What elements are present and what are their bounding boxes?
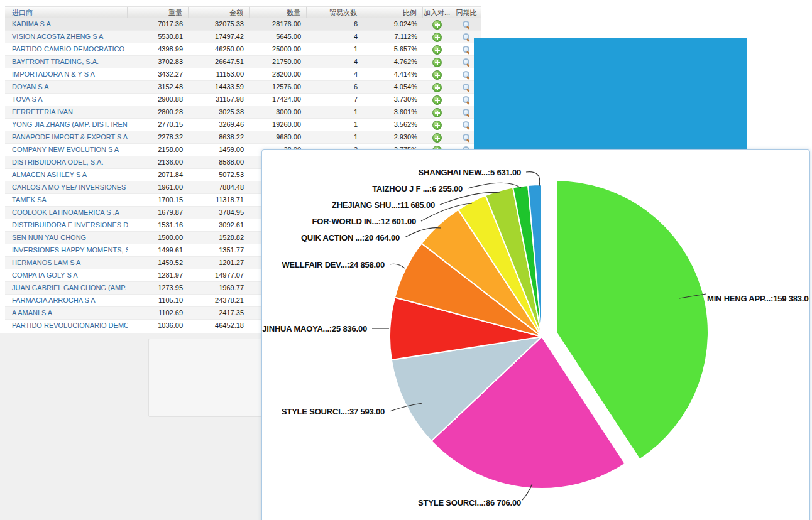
- importer-name: SEN NUN YAU CHONG: [5, 232, 128, 244]
- importer-name: DOYAN S A: [5, 81, 128, 93]
- column-header-trade-count[interactable]: 贸易次数: [307, 7, 363, 18]
- add-cell: [423, 31, 451, 43]
- add-to-compare-icon[interactable]: [432, 95, 442, 105]
- column-header-amount[interactable]: 金额: [189, 7, 250, 18]
- trade-count-value: 1: [307, 131, 363, 143]
- magnifier-icon[interactable]: [462, 83, 471, 92]
- weight-value: 1531.16: [128, 219, 189, 231]
- weight-value: 7017.36: [128, 18, 189, 30]
- trade-count-value: 4: [307, 68, 363, 80]
- importer-name: ALMACEN ASHLEY S A: [5, 169, 128, 181]
- importer-name: INVERSIONES HAPPY MOMENTS, SA: [5, 244, 128, 256]
- amount-value: 1351.77: [189, 244, 250, 256]
- amount-value: 1201.27: [189, 257, 250, 269]
- column-header-ratio[interactable]: 比例: [363, 7, 423, 18]
- amount-value: 3025.38: [189, 106, 250, 118]
- pie-slice-label: SHANGHAI NEW...:5 631.00: [418, 168, 521, 177]
- table-row[interactable]: IMPORTADORA N & Y S A3432.2711153.002820…: [5, 68, 481, 81]
- add-cell: [423, 106, 451, 118]
- magnifier-icon[interactable]: [462, 133, 471, 142]
- magnifier-icon[interactable]: [462, 33, 471, 41]
- weight-value: 1102.69: [128, 307, 189, 319]
- add-to-compare-icon[interactable]: [432, 121, 442, 130]
- ratio-value: 9.024%: [363, 18, 423, 30]
- table-row[interactable]: FERRETERIA IVAN2800.283025.383000.0013.6…: [5, 106, 481, 119]
- trade-count-value: 6: [307, 81, 363, 93]
- column-header-weight[interactable]: 重量: [128, 7, 189, 18]
- column-header-importer[interactable]: 进口商: [5, 7, 128, 18]
- add-to-compare-icon[interactable]: [432, 58, 442, 67]
- importer-name: COOLOOK LATINOAMERICA S .A: [5, 207, 128, 219]
- ratio-value: 7.112%: [363, 31, 423, 43]
- amount-value: 3092.61: [189, 219, 250, 231]
- magnifier-icon[interactable]: [462, 45, 471, 54]
- amount-value: 14977.07: [189, 269, 250, 281]
- label-leader-line: [390, 264, 405, 268]
- importer-name: HERMANOS LAM S A: [5, 257, 128, 269]
- weight-value: 3702.83: [128, 56, 189, 68]
- magnifier-icon[interactable]: [462, 58, 471, 67]
- importer-name: JUAN GABRIEL GAN CHONG (AMP. MAYO...: [5, 282, 128, 294]
- trade-count-value: 4: [307, 31, 363, 43]
- importer-name: FERRETERIA IVAN: [5, 106, 128, 118]
- table-row[interactable]: BAYFRONT TRADING, S.A.3702.8326647.51217…: [5, 56, 481, 68]
- table-row[interactable]: VISION ACOSTA ZHENG S A5530.8117497.4256…: [5, 31, 481, 43]
- amount-value: 3784.95: [189, 207, 250, 219]
- quantity-value: 19260.00: [250, 119, 307, 131]
- importer-name: PANAPODE IMPORT & EXPORT S A: [5, 131, 128, 143]
- add-to-compare-icon[interactable]: [432, 133, 442, 143]
- weight-value: 4398.99: [128, 43, 189, 55]
- column-header-yoy[interactable]: 同期比: [451, 7, 481, 18]
- amount-value: 14433.59: [189, 81, 250, 93]
- table-row[interactable]: DOYAN S A3152.4814433.5912576.0064.054%: [5, 81, 481, 94]
- trade-count-value: 1: [307, 119, 363, 131]
- magnifier-icon[interactable]: [462, 20, 471, 29]
- importer-name: KADIMA S A: [5, 18, 128, 30]
- quantity-value: 28200.00: [250, 68, 307, 80]
- column-header-add-to-compare[interactable]: 加入对...: [423, 7, 451, 18]
- pie-slice-label: STYLE SOURCI...:37 593.00: [282, 407, 385, 416]
- weight-value: 2770.15: [128, 119, 189, 131]
- ratio-value: 3.562%: [363, 119, 423, 131]
- magnifier-icon[interactable]: [462, 70, 471, 79]
- pie-chart-panel: MIN HENG APP...:159 383.00STYLE SOURCI..…: [261, 149, 810, 520]
- table-row[interactable]: KADIMA S A7017.3632075.3328176.0069.024%: [5, 18, 481, 31]
- amount-value: 7884.48: [189, 181, 250, 193]
- amount-value: 46452.18: [189, 320, 250, 332]
- quantity-value: 28176.00: [250, 18, 307, 30]
- weight-value: 1036.00: [128, 320, 189, 332]
- weight-value: 1679.87: [128, 207, 189, 219]
- ratio-value: 5.657%: [363, 43, 423, 55]
- weight-value: 2278.32: [128, 131, 189, 143]
- amount-value: 8638.22: [189, 131, 250, 143]
- table-row[interactable]: TOVA S A2900.8831157.9817424.0073.730%: [5, 94, 481, 106]
- magnifier-icon[interactable]: [462, 121, 471, 129]
- add-to-compare-icon[interactable]: [432, 45, 442, 55]
- weight-value: 1499.61: [128, 244, 189, 256]
- quantity-value: 3000.00: [250, 106, 307, 118]
- pie-slice-label: ZHEJIANG SHU...:11 685.00: [332, 200, 435, 210]
- add-to-compare-icon[interactable]: [432, 108, 442, 117]
- pie-slice-label: WELLFAIR DEV...:24 858.00: [282, 260, 385, 269]
- add-to-compare-icon[interactable]: [432, 20, 442, 30]
- table-row[interactable]: PANAPODE IMPORT & EXPORT S A2278.328638.…: [5, 131, 481, 144]
- table-row[interactable]: PARTIDO CAMBIO DEMOCRATICO4398.9946250.0…: [5, 43, 481, 56]
- amount-value: 1969.77: [189, 282, 250, 294]
- amount-value: 17497.42: [189, 31, 250, 43]
- amount-value: 11318.71: [189, 194, 250, 206]
- amount-value: 11153.00: [189, 68, 250, 80]
- magnifier-icon[interactable]: [462, 108, 471, 117]
- ratio-value: 3.730%: [363, 94, 423, 106]
- pie-slice-label: STYLE SOURCI...:86 706.00: [418, 498, 521, 507]
- quantity-value: 9680.00: [250, 131, 307, 143]
- add-to-compare-icon[interactable]: [432, 33, 442, 42]
- add-to-compare-icon[interactable]: [432, 83, 442, 92]
- magnifier-icon[interactable]: [462, 95, 471, 104]
- importer-name: FARMACIA ARROCHA S A: [5, 295, 128, 306]
- column-header-quantity[interactable]: 数量: [250, 7, 307, 18]
- importer-name: VISION ACOSTA ZHENG S A: [5, 31, 128, 43]
- add-to-compare-icon[interactable]: [432, 70, 442, 80]
- importer-name: BAYFRONT TRADING, S.A.: [5, 56, 128, 68]
- importer-name: A AMANI S A: [5, 307, 128, 319]
- table-row[interactable]: YONG JIA ZHANG (AMP. DIST. IRENE, S...27…: [5, 119, 481, 131]
